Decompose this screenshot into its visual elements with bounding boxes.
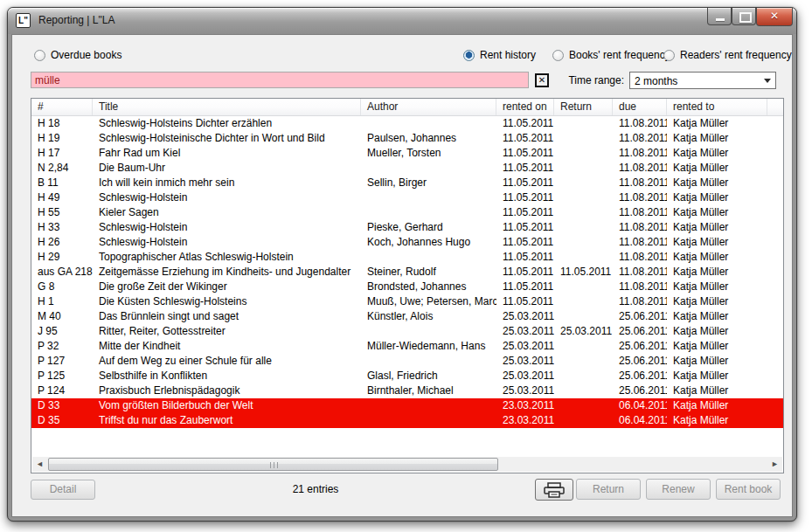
- column-header-due[interactable]: due: [613, 99, 667, 115]
- table-row[interactable]: H 26Schleswig-HolsteinKoch, Johannes Hug…: [31, 235, 783, 250]
- cell-rented-on: 25.03.2011: [496, 339, 554, 354]
- cell-rented-to: Katja Müller: [667, 116, 767, 131]
- cell-num: H 17: [31, 146, 93, 161]
- table-row[interactable]: B 11Ich will kein inmich mehr seinSellin…: [31, 176, 783, 190]
- column-header-title[interactable]: Title: [93, 99, 361, 115]
- cell-filler: [767, 339, 783, 354]
- table-row-overdue[interactable]: D 35Triffst du nur das Zauberwort23.03.2…: [31, 413, 783, 428]
- table-row[interactable]: H 1Die Küsten Schleswig-HolsteinsMuuß, U…: [31, 294, 783, 309]
- table-row[interactable]: M 40Das Brünnlein singt und sagetKünstle…: [31, 309, 783, 324]
- cell-rented-to: Katja Müller: [667, 146, 767, 161]
- cell-rented-to: Katja Müller: [667, 235, 767, 250]
- cell-filler: [767, 131, 783, 146]
- table-row[interactable]: P 124Praxisbuch ErlebnispädagogikBirntha…: [31, 383, 783, 398]
- table-row[interactable]: aus GA 218Zeitgemässe Erziehung im Kindh…: [31, 265, 783, 280]
- table-row[interactable]: N 2,84Die Baum-Uhr11.05.201111.08.2011Ka…: [31, 161, 783, 176]
- cell-return: [554, 131, 613, 146]
- cell-author: Sellin, Birger: [361, 176, 496, 190]
- cell-author: Paulsen, Johannes: [361, 131, 496, 146]
- radio-rent-history[interactable]: Rent history: [463, 50, 536, 62]
- cell-rented-on: 11.05.2011: [496, 235, 554, 250]
- detail-button[interactable]: Detail: [31, 480, 95, 500]
- cell-num: H 1: [31, 294, 93, 309]
- cell-num: J 95: [31, 324, 93, 339]
- table-row-overdue[interactable]: D 33Vom größten Bilderbuch der Welt23.03…: [31, 398, 783, 413]
- cell-num: H 19: [31, 131, 93, 146]
- cell-due: 25.06.2011: [613, 354, 667, 369]
- cell-filler: [767, 354, 783, 369]
- scroll-left-icon[interactable]: ◄: [32, 457, 47, 472]
- horizontal-scrollbar[interactable]: ◄ ►: [32, 457, 782, 472]
- table-row[interactable]: P 32Mitte der KindheitMüller-Wiedemann, …: [31, 339, 783, 354]
- rent-book-button[interactable]: Rent book: [716, 479, 781, 500]
- cell-filler: [767, 176, 783, 190]
- cell-rented-to: Katja Müller: [667, 309, 767, 324]
- cell-author: [361, 324, 496, 339]
- time-range-select[interactable]: 2 months: [629, 72, 776, 89]
- cell-due: 25.06.2011: [613, 339, 667, 354]
- print-button[interactable]: [535, 479, 573, 501]
- table-row[interactable]: H 18Schleswig-Holsteins Dichter erzählen…: [31, 116, 783, 131]
- entries-count: 21 entries: [228, 483, 403, 495]
- cell-title: Topographischer Atlas Schleswig-Holstein: [93, 250, 361, 265]
- column-header-rented-on[interactable]: rented on: [496, 99, 554, 115]
- scrollbar-grip-icon: [270, 462, 278, 468]
- scroll-right-icon[interactable]: ►: [767, 457, 782, 472]
- column-header-author[interactable]: Author: [361, 99, 496, 115]
- scrollbar-thumb[interactable]: [48, 458, 498, 471]
- table-row[interactable]: P 125Selbsthilfe in KonfliktenGlasl, Fri…: [31, 369, 783, 383]
- radio-circle-icon: [34, 50, 45, 61]
- cell-num: B 11: [31, 176, 93, 190]
- cell-return: [554, 205, 613, 220]
- cell-return: [554, 161, 613, 176]
- radio-overdue-label: Overdue books: [51, 49, 121, 61]
- title-bar[interactable]: L" Reporting | L"LA ✕: [8, 8, 796, 34]
- cell-return: [554, 220, 613, 235]
- table-row[interactable]: H 17Fahr Rad um KielMueller, Torsten11.0…: [31, 146, 783, 161]
- column-header-num[interactable]: #: [31, 99, 93, 115]
- return-button[interactable]: Return: [576, 479, 641, 500]
- cell-rented-on: 11.05.2011: [496, 294, 554, 309]
- close-icon: ✕: [770, 10, 779, 22]
- table-row[interactable]: J 95Ritter, Reiter, Gottesstreiter25.03.…: [31, 324, 783, 339]
- cell-rented-to: Katja Müller: [667, 131, 767, 146]
- cell-due: 11.08.2011: [613, 190, 667, 205]
- table-row[interactable]: P 127Auf dem Weg zu einer Schule für all…: [31, 354, 783, 369]
- cell-filler: [767, 413, 783, 428]
- chevron-down-icon: [764, 79, 771, 83]
- radio-readers-rent-frequency[interactable]: Readers' rent frequency: [663, 50, 792, 62]
- table-row[interactable]: G 8Die große Zeit der WikingerBrondsted,…: [31, 280, 783, 294]
- table-row[interactable]: H 55Kieler Sagen11.05.201111.08.2011Katj…: [31, 205, 783, 220]
- cell-rented-on: 11.05.2011: [496, 116, 554, 131]
- cell-title: Die Küsten Schleswig-Holsteins: [93, 294, 361, 309]
- cell-title: Das Brünnlein singt und saget: [93, 309, 361, 324]
- renew-button[interactable]: Renew: [646, 479, 711, 500]
- cell-author: [361, 398, 496, 413]
- column-header-rented-to[interactable]: rented to: [667, 99, 767, 115]
- maximize-icon: [739, 12, 752, 23]
- cell-title: Schleswig-Holstein: [93, 190, 361, 205]
- radio-books-rent-frequency[interactable]: Books' rent frequency: [552, 50, 670, 62]
- table-row[interactable]: H 29Topographischer Atlas Schleswig-Hols…: [31, 250, 783, 265]
- cell-return: [554, 369, 613, 383]
- cell-return: [554, 383, 613, 398]
- search-input[interactable]: mülle: [31, 72, 529, 88]
- cell-return: [554, 309, 613, 324]
- minimize-button[interactable]: [707, 8, 732, 25]
- cell-rented-on: 11.05.2011: [496, 280, 554, 294]
- table-row[interactable]: H 49Schleswig-Holstein11.05.201111.08.20…: [31, 190, 783, 205]
- radio-overdue-books[interactable]: Overdue books: [34, 50, 121, 62]
- cell-rented-on: 11.05.2011: [496, 176, 554, 190]
- cell-title: Mitte der Kindheit: [93, 339, 361, 354]
- cell-author: [361, 161, 496, 176]
- cell-rented-to: Katja Müller: [667, 324, 767, 339]
- cell-return: [554, 176, 613, 190]
- table-row[interactable]: H 33Schleswig-HolsteinPieske, Gerhard11.…: [31, 220, 783, 235]
- close-button[interactable]: ✕: [756, 8, 793, 26]
- cell-rented-to: Katja Müller: [667, 250, 767, 265]
- cell-filler: [767, 190, 783, 205]
- maximize-button[interactable]: [732, 8, 756, 25]
- table-row[interactable]: H 19Schleswig-Holsteinische Dichter in W…: [31, 131, 783, 146]
- column-header-return[interactable]: Return: [554, 99, 613, 115]
- app-window: L" Reporting | L"LA ✕ Overdue books Rent…: [7, 7, 797, 522]
